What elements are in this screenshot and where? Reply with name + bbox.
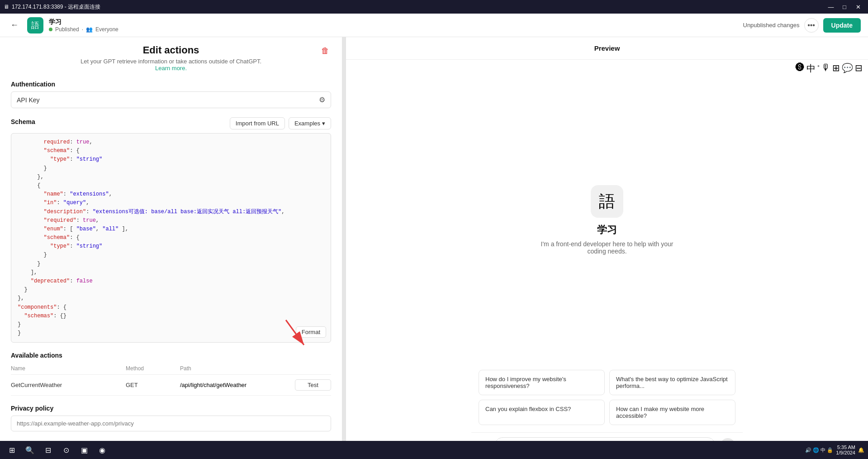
preview-bot-icon: 語 <box>591 185 623 218</box>
gpt-audience: Everyone <box>95 26 119 33</box>
schema-header: Schema Import from URL Examples ▾ <box>11 117 331 129</box>
app-bar-left: ← 語 学习 Published · 👥 Everyone <box>7 17 119 33</box>
dot1-icon: • <box>817 62 820 75</box>
privacy-label: Privacy policy <box>11 405 331 412</box>
gpt-status: Published <box>55 26 79 33</box>
auth-section: Authentication ⚙ <box>11 81 331 108</box>
translate-icon[interactable]: 中 <box>806 62 816 75</box>
close-button[interactable]: ✕ <box>852 2 864 12</box>
learn-more-link[interactable]: Learn more. <box>155 65 187 72</box>
title-bar-text: 172.174.171.83:3389 - 远程桌面连接 <box>12 3 100 11</box>
suggestion-1[interactable]: How do I improve my website's responsive… <box>479 370 605 395</box>
taskbar-time-block: 5:35 AM 1/9/2024 <box>836 445 855 455</box>
task-view-button[interactable]: ⊟ <box>40 442 56 458</box>
import-url-button[interactable]: Import from URL <box>230 117 285 129</box>
chrome-button[interactable]: ⊙ <box>58 442 74 458</box>
preview-content: 語 学习 I'm a front-end developer here to h… <box>526 77 688 363</box>
panel-divider <box>342 37 346 459</box>
schema-editor[interactable]: required: true, "schema": { "type": "str… <box>11 133 331 343</box>
edit-actions-title: Edit actions <box>143 44 199 56</box>
right-panel: Preview 🅢 中 • 🎙 ⊞ 💬 ⊟ 語 学习 I'm a front-e… <box>346 37 868 459</box>
auth-input[interactable] <box>17 96 319 104</box>
privacy-section: Privacy policy <box>11 405 331 431</box>
taskbar-time: 5:35 AM <box>836 445 855 450</box>
suggestion-3[interactable]: Can you explain flexbox in CSS? <box>479 400 605 425</box>
preview-toolbar: 🅢 中 • 🎙 ⊞ 💬 ⊟ <box>346 60 868 77</box>
schema-actions: Import from URL Examples ▾ <box>230 117 331 129</box>
available-actions-label: Available actions <box>11 352 331 359</box>
taskbar-right: 🔊 🌐 中 🔒 5:35 AM 1/9/2024 🔔 <box>805 445 864 455</box>
schema-section: Schema Import from URL Examples ▾ requir… <box>11 117 331 343</box>
gpt-name: 学习 <box>49 18 119 26</box>
col-path: Path <box>180 365 295 372</box>
main-content: Edit actions Let your GPT retrieve infor… <box>0 37 868 459</box>
start-button[interactable]: ⊞ <box>4 442 20 458</box>
preview-bot-desc: I'm a front-end developer here to help w… <box>535 240 679 255</box>
preview-header: Preview <box>346 37 868 60</box>
unpublished-badge: Unpublished changes <box>743 22 800 29</box>
action-method: GET <box>126 382 180 388</box>
notification-icon[interactable]: 🔔 <box>858 447 864 453</box>
delete-button[interactable]: 🗑 <box>319 44 331 57</box>
suggestion-4[interactable]: How can I make my website more accessibl… <box>609 400 735 425</box>
schema-label: Schema <box>11 118 35 125</box>
test-button[interactable]: Test <box>295 379 331 391</box>
suggestion-2[interactable]: What's the best way to optimize JavaScri… <box>609 370 735 395</box>
title-bar-left: 🖥 172.174.171.83:3389 - 远程桌面连接 <box>4 3 100 11</box>
taskbar: ⊞ 🔍 ⊟ ⊙ ▣ ◉ 🔊 🌐 中 🔒 5:35 AM 1/9/2024 🔔 <box>0 441 868 459</box>
format-button[interactable]: Format <box>296 326 326 338</box>
schema-code: required: true, "schema": { "type": "str… <box>18 138 324 338</box>
maximize-button[interactable]: □ <box>838 2 851 12</box>
action-path: /api/light/chat/getWeather <box>180 382 295 388</box>
chevron-down-icon: ▾ <box>322 120 325 127</box>
auth-settings-button[interactable]: ⚙ <box>319 96 325 104</box>
privacy-input[interactable] <box>11 416 331 431</box>
bot-icon-char: 語 <box>599 191 615 213</box>
edit-actions-header: Edit actions Let your GPT retrieve infor… <box>11 44 331 72</box>
more-options-button[interactable]: ••• <box>804 18 819 33</box>
mic-icon[interactable]: 🎙 <box>821 62 830 75</box>
col-action <box>295 365 331 372</box>
taskbar-date: 1/9/2024 <box>836 450 855 455</box>
col-name: Name <box>11 365 126 372</box>
message-icon[interactable]: 💬 <box>842 62 853 75</box>
left-panel: Edit actions Let your GPT retrieve infor… <box>0 37 342 459</box>
app-bar-right: Unpublished changes ••• Update <box>743 18 861 33</box>
app-bar: ← 語 学习 Published · 👥 Everyone Unpublishe… <box>0 14 868 37</box>
grid-icon[interactable]: ⊞ <box>832 62 840 75</box>
back-button[interactable]: ← <box>7 18 22 33</box>
actions-table-header: Name Method Path <box>11 363 331 375</box>
app-icon[interactable]: ⊟ <box>855 62 863 75</box>
gpt-meta: Published · 👥 Everyone <box>49 26 119 33</box>
gpt-info: 学习 Published · 👥 Everyone <box>49 18 119 33</box>
preview-suggestions: How do I improve my website's responsive… <box>471 363 743 432</box>
search-button[interactable]: 🔍 <box>22 442 38 458</box>
taskbar-icons: 🔊 🌐 中 🔒 <box>805 447 833 454</box>
gpt-separator: · <box>82 26 83 33</box>
terminal-button[interactable]: ▣ <box>76 442 92 458</box>
preview-bot-name: 学习 <box>597 223 617 237</box>
title-bar-controls: — □ ✕ <box>825 2 864 12</box>
browser-button[interactable]: ◉ <box>94 442 110 458</box>
status-dot <box>49 28 52 31</box>
actions-table: Name Method Path GetCurrentWeather GET /… <box>11 363 331 396</box>
update-button[interactable]: Update <box>823 18 861 33</box>
title-bar-icon: 🖥 <box>4 4 9 10</box>
minimize-button[interactable]: — <box>825 2 837 12</box>
title-bar: 🖥 172.174.171.83:3389 - 远程桌面连接 — □ ✕ <box>0 0 868 14</box>
col-method: Method <box>126 365 180 372</box>
gpt-avatar: 語 <box>27 17 43 33</box>
action-name: GetCurrentWeather <box>11 382 126 388</box>
examples-button[interactable]: Examples ▾ <box>289 117 331 129</box>
auth-input-row: ⚙ <box>11 91 331 108</box>
sougou-icon[interactable]: 🅢 <box>796 62 805 75</box>
auth-label: Authentication <box>11 81 331 88</box>
available-actions-section: Available actions Name Method Path GetCu… <box>11 352 331 396</box>
gpt-avatar-icon: 語 <box>31 20 39 31</box>
table-row: GetCurrentWeather GET /api/light/chat/ge… <box>11 375 331 396</box>
edit-actions-desc: Let your GPT retrieve information or tak… <box>81 58 261 72</box>
people-icon: 👥 <box>86 26 93 33</box>
